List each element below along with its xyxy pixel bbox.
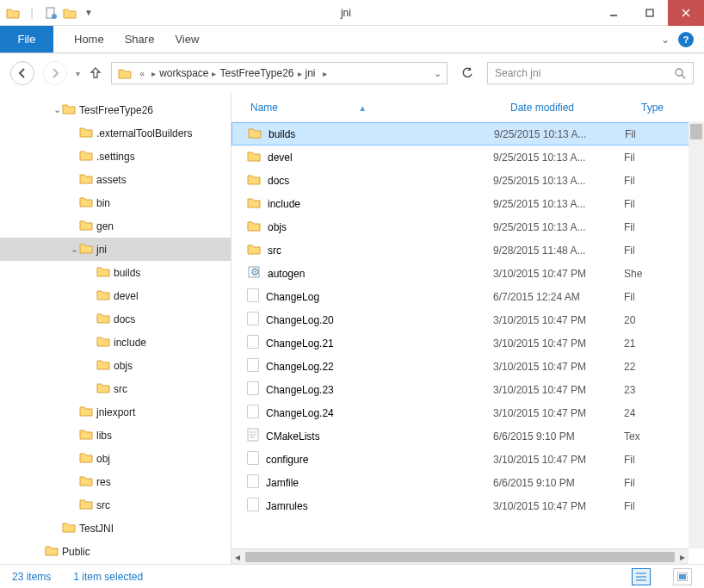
folder-icon bbox=[96, 335, 110, 350]
tree-item[interactable]: ⌄TestFreeType26 bbox=[0, 98, 231, 121]
chevron-right-icon[interactable]: ▸ bbox=[323, 69, 327, 78]
tree-item[interactable]: objs bbox=[0, 354, 231, 377]
breadcrumb-segment[interactable]: TestFreeType26 bbox=[216, 67, 297, 79]
tree-item-label: src bbox=[110, 383, 127, 395]
file-name: Jamfile bbox=[266, 477, 299, 489]
thumbnail-view-button[interactable] bbox=[673, 568, 692, 585]
qat-dropdown-icon[interactable]: ▼ bbox=[81, 8, 96, 17]
folder-icon bbox=[79, 149, 93, 164]
tab-share[interactable]: Share bbox=[125, 33, 155, 46]
file-date: 9/25/2015 10:13 A... bbox=[493, 152, 624, 164]
file-row[interactable]: devel9/25/2015 10:13 A...Fil bbox=[232, 145, 704, 169]
collapse-icon[interactable]: ⌄ bbox=[69, 244, 79, 255]
tree-item[interactable]: builds bbox=[0, 261, 231, 284]
tree-item-label: bin bbox=[93, 197, 110, 209]
file-row[interactable]: ChangeLog6/7/2015 12:24 AMFil bbox=[232, 285, 704, 308]
back-button[interactable] bbox=[10, 61, 34, 85]
folder-icon bbox=[79, 498, 93, 512]
tree-item[interactable]: .externalToolBuilders bbox=[0, 121, 231, 145]
horizontal-scrollbar[interactable]: ◂ ▸ bbox=[232, 548, 689, 564]
column-name[interactable]: Name ▲ bbox=[232, 102, 510, 114]
tree-item[interactable]: src bbox=[0, 493, 231, 517]
tree-item[interactable]: TestJNI bbox=[0, 517, 231, 540]
folder-icon bbox=[79, 474, 93, 489]
file-name: include bbox=[268, 198, 300, 210]
file-row[interactable]: docs9/25/2015 10:13 A...Fil bbox=[232, 169, 704, 192]
tree-item[interactable]: src bbox=[0, 377, 231, 400]
column-type[interactable]: Type bbox=[641, 102, 704, 114]
tree-item[interactable]: devel bbox=[0, 284, 231, 307]
file-name: devel bbox=[268, 152, 293, 164]
tree-item[interactable]: jniexport bbox=[0, 400, 231, 424]
file-tab[interactable]: File bbox=[0, 26, 53, 53]
tree-item[interactable]: .settings bbox=[0, 145, 231, 168]
file-icon bbox=[247, 335, 259, 351]
tree-item[interactable]: libs bbox=[0, 424, 231, 447]
file-date: 3/10/2015 10:47 PM bbox=[493, 337, 624, 350]
file-row[interactable]: CMakeLists6/6/2015 9:10 PMTex bbox=[232, 424, 704, 448]
tree-item[interactable]: assets bbox=[0, 168, 231, 191]
new-folder-icon[interactable] bbox=[62, 5, 77, 21]
search-input[interactable]: Search jni bbox=[487, 62, 694, 84]
file-row[interactable]: builds9/25/2015 10:13 A...Fil bbox=[232, 122, 704, 145]
tree-item-label: docs bbox=[110, 313, 135, 325]
file-name: objs bbox=[268, 221, 287, 233]
file-row[interactable]: ChangeLog.223/10/2015 10:47 PM22 bbox=[232, 355, 704, 378]
forward-button[interactable] bbox=[43, 61, 67, 85]
file-name: Jamrules bbox=[266, 500, 308, 512]
tree-view[interactable]: ⌄TestFreeType26.externalToolBuilders.set… bbox=[0, 93, 231, 564]
folder-icon bbox=[247, 150, 261, 164]
up-button[interactable] bbox=[89, 65, 102, 82]
close-button[interactable] bbox=[668, 0, 704, 26]
tab-home[interactable]: Home bbox=[74, 33, 104, 46]
tree-item[interactable]: gen bbox=[0, 214, 231, 238]
file-row[interactable]: configure3/10/2015 10:47 PMFil bbox=[232, 448, 704, 471]
tab-view[interactable]: View bbox=[175, 33, 199, 46]
tree-item[interactable]: ⌄jni bbox=[0, 238, 231, 261]
tree-item[interactable]: bin bbox=[0, 191, 231, 214]
vertical-scrollbar[interactable] bbox=[689, 122, 704, 548]
chevron-right-icon[interactable]: ▸ bbox=[298, 69, 302, 78]
folder-icon bbox=[247, 220, 261, 234]
ribbon-expand-icon[interactable]: ⌄ bbox=[661, 34, 670, 46]
tree-item[interactable]: res bbox=[0, 470, 231, 493]
file-row[interactable]: Jamfile6/6/2015 9:10 PMFil bbox=[232, 471, 704, 494]
file-row[interactable]: ⚙autogen3/10/2015 10:47 PMShe bbox=[232, 262, 704, 285]
file-row[interactable]: include9/25/2015 10:13 A...Fil bbox=[232, 192, 704, 215]
maximize-button[interactable] bbox=[632, 0, 668, 26]
breadcrumb[interactable]: « ▸workspace▸TestFreeType26▸jni ▸ ⌄ bbox=[111, 62, 448, 84]
file-row[interactable]: Jamrules3/10/2015 10:47 PMFil bbox=[232, 494, 704, 517]
tree-item[interactable]: obj bbox=[0, 447, 231, 470]
collapse-icon[interactable]: ⌄ bbox=[52, 104, 62, 115]
help-icon[interactable]: ? bbox=[678, 32, 694, 47]
refresh-button[interactable] bbox=[456, 62, 479, 84]
file-row[interactable]: ChangeLog.203/10/2015 10:47 PM20 bbox=[232, 308, 704, 331]
file-row[interactable]: ChangeLog.213/10/2015 10:47 PM21 bbox=[232, 331, 704, 355]
file-name: autogen bbox=[268, 268, 305, 280]
file-row[interactable]: src9/28/2015 11:48 A...Fil bbox=[232, 238, 704, 262]
properties-icon[interactable] bbox=[43, 5, 59, 21]
file-date: 6/7/2015 12:24 AM bbox=[493, 291, 624, 303]
breadcrumb-segment[interactable]: workspace bbox=[156, 67, 212, 79]
search-placeholder: Search jni bbox=[495, 67, 540, 79]
column-date[interactable]: Date modified bbox=[510, 102, 641, 114]
tree-item[interactable]: docs bbox=[0, 307, 231, 331]
breadcrumb-ellipsis[interactable]: « bbox=[136, 68, 148, 78]
folder-icon bbox=[96, 265, 110, 280]
svg-text:⚙: ⚙ bbox=[250, 266, 260, 278]
file-icon bbox=[247, 498, 259, 514]
tree-item-label: TestJNI bbox=[76, 523, 114, 535]
qat-divider: | bbox=[24, 5, 40, 21]
tree-item[interactable]: include bbox=[0, 331, 231, 354]
file-row[interactable]: objs9/25/2015 10:13 A...Fil bbox=[232, 215, 704, 238]
tree-item[interactable]: Public bbox=[0, 540, 231, 563]
minimize-button[interactable] bbox=[596, 0, 632, 26]
svg-point-6 bbox=[676, 69, 682, 76]
address-dropdown-icon[interactable]: ⌄ bbox=[434, 68, 442, 79]
nav-bar: ▾ « ▸workspace▸TestFreeType26▸jni ▸ ⌄ Se… bbox=[0, 53, 704, 93]
file-row[interactable]: ChangeLog.233/10/2015 10:47 PM23 bbox=[232, 378, 704, 401]
breadcrumb-segment[interactable]: jni bbox=[302, 67, 319, 79]
details-view-button[interactable] bbox=[632, 568, 651, 585]
file-row[interactable]: ChangeLog.243/10/2015 10:47 PM24 bbox=[232, 401, 704, 424]
history-dropdown-icon[interactable]: ▾ bbox=[76, 69, 80, 78]
